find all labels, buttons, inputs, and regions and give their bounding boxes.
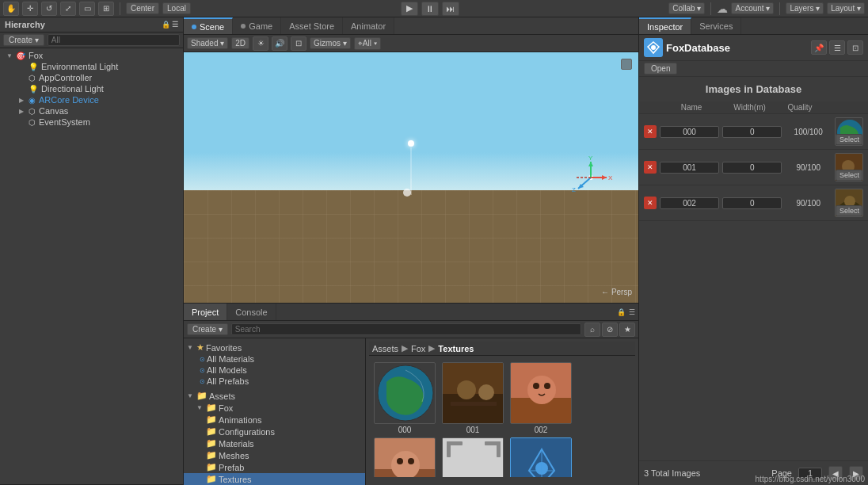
move-tool-btn[interactable]: ✛ bbox=[22, 2, 38, 16]
tab-scene[interactable]: Scene bbox=[184, 17, 233, 34]
tab-game[interactable]: Game bbox=[233, 17, 281, 34]
local-btn[interactable]: Local bbox=[162, 2, 191, 14]
all-materials-label: All Materials bbox=[207, 354, 254, 364]
rotate-tool-btn[interactable]: ↺ bbox=[41, 2, 57, 16]
bottom-icons: ⌕ ⊘ ★ bbox=[584, 323, 635, 337]
audio-icon-btn[interactable]: 🔊 bbox=[272, 36, 287, 51]
sidebar-meshes[interactable]: 📁 Meshes bbox=[184, 449, 365, 461]
sidebar-all-prefabs[interactable]: ⊙ All Prefabs bbox=[184, 376, 365, 387]
sidebar-prefab[interactable]: 📁 Prefab bbox=[184, 461, 365, 473]
filter-icon-btn[interactable]: ⊘ bbox=[602, 323, 618, 337]
star-filter-btn[interactable]: ★ bbox=[619, 323, 635, 337]
rect-tool-btn[interactable]: ▭ bbox=[79, 2, 95, 16]
hierarchy-lock-icon[interactable]: 🔒 bbox=[162, 21, 170, 29]
asset-001[interactable]: 001 bbox=[440, 362, 505, 434]
tab-services[interactable]: Services bbox=[691, 17, 741, 34]
sidebar-all-models[interactable]: ⊙ All Models bbox=[184, 365, 365, 376]
sidebar-configurations[interactable]: 📁 Configurations bbox=[184, 426, 365, 437]
multi-tool-btn[interactable]: ⊞ bbox=[98, 2, 114, 16]
row-001-width-input[interactable] bbox=[722, 162, 782, 174]
tab-animator[interactable]: Animator bbox=[343, 17, 394, 34]
tree-item-eventsystem[interactable]: ⬡ EventSystem bbox=[0, 116, 183, 128]
tab-inspector[interactable]: Inspector bbox=[639, 17, 691, 34]
configurations-icon: 📁 bbox=[206, 426, 217, 437]
sidebar-favorites[interactable]: ▼ ★ Favorites bbox=[184, 342, 365, 353]
sidebar-animations[interactable]: 📁 Animations bbox=[184, 414, 365, 426]
hand-tool-btn[interactable]: ✋ bbox=[3, 2, 19, 16]
play-btn[interactable]: ▶ bbox=[401, 2, 418, 16]
tree-item-canvas[interactable]: ▶ ⬡ Canvas bbox=[0, 105, 183, 116]
row-000-name-input[interactable] bbox=[660, 126, 719, 138]
sidebar-textures[interactable]: 📁 Textures bbox=[184, 473, 365, 485]
path-sep-1: ▶ bbox=[402, 343, 408, 353]
row-001-select-btn[interactable]: Select bbox=[836, 170, 862, 181]
asset-grid: 000 bbox=[369, 356, 635, 477]
layers-dropdown[interactable]: Layers ▾ bbox=[786, 2, 824, 14]
2d-btn[interactable]: 2D bbox=[231, 37, 249, 49]
row-002-delete-btn[interactable]: ✕ bbox=[644, 197, 657, 209]
inspector-menu-icon[interactable]: ☰ bbox=[829, 40, 845, 55]
sun-icon-btn[interactable]: ☀ bbox=[253, 36, 268, 51]
bottom-menu-icon[interactable]: ☰ bbox=[629, 308, 635, 316]
tab-asset-store[interactable]: Asset Store bbox=[281, 17, 343, 34]
inspector-pin-icon[interactable]: 📌 bbox=[811, 40, 827, 55]
inspector-header-icons: 📌 ☰ ⊡ bbox=[811, 40, 863, 55]
row-002-name-input[interactable] bbox=[660, 197, 719, 209]
search-icon-btn[interactable]: ⌕ bbox=[584, 323, 600, 337]
shaded-label: Shaded ▾ bbox=[191, 39, 224, 48]
viewport-lock-btn[interactable] bbox=[621, 59, 632, 70]
asset-000[interactable]: 000 bbox=[372, 362, 437, 434]
sidebar-materials[interactable]: 📁 Materials bbox=[184, 437, 365, 449]
asset-foxdatabase[interactable]: FoxDataba... bbox=[508, 437, 573, 477]
collab-dropdown[interactable]: Collab ▾ bbox=[668, 2, 705, 14]
cat-002a-svg bbox=[511, 362, 571, 424]
path-textures: Textures bbox=[438, 344, 474, 353]
tab-project[interactable]: Project bbox=[184, 304, 227, 320]
row-001-name-input[interactable] bbox=[660, 162, 719, 174]
path-assets: Assets bbox=[372, 344, 398, 353]
row-000-thumb: Select bbox=[835, 117, 863, 146]
image-icon-btn[interactable]: ⊡ bbox=[291, 36, 306, 51]
sidebar-assets[interactable]: ▼ 📁 Assets bbox=[184, 390, 365, 402]
asset-002a[interactable]: 002 bbox=[508, 362, 573, 434]
favorites-arrow: ▼ bbox=[187, 344, 195, 351]
project-create-btn[interactable]: Create ▾ bbox=[187, 323, 228, 335]
bottom-lock-icon[interactable]: 🔒 bbox=[617, 308, 626, 316]
row-002-width-input[interactable] bbox=[722, 197, 782, 209]
row-000-delete-btn[interactable]: ✕ bbox=[644, 125, 657, 138]
all-dropdown[interactable]: ⌖All ▾ bbox=[354, 37, 381, 50]
sidebar-fox-folder[interactable]: ▼ 📁 Fox bbox=[184, 402, 365, 414]
project-search-input[interactable] bbox=[231, 323, 581, 335]
tree-item-dir-light[interactable]: 💡 Directional Light bbox=[0, 83, 183, 94]
cat-002b-svg bbox=[375, 437, 435, 477]
console-tab-label: Console bbox=[235, 307, 267, 317]
row-000-select-btn[interactable]: Select bbox=[836, 134, 862, 145]
asset-fit-to-scan[interactable]: fit_to_scan bbox=[440, 437, 505, 477]
hierarchy-menu-icon[interactable]: ☰ bbox=[172, 21, 178, 29]
asset-002b[interactable]: 002 bbox=[372, 437, 437, 477]
pause-btn[interactable]: ⏸ bbox=[421, 2, 439, 16]
shaded-dropdown[interactable]: Shaded ▾ bbox=[187, 37, 228, 49]
sidebar-all-materials[interactable]: ⊙ All Materials bbox=[184, 353, 365, 365]
tab-console[interactable]: Console bbox=[227, 304, 276, 320]
inspector-open-btn[interactable]: Open bbox=[644, 63, 677, 74]
appcontroller-icon: ⬡ bbox=[29, 74, 36, 82]
tree-item-appcontroller[interactable]: ⬡ AppController bbox=[0, 72, 183, 83]
account-dropdown[interactable]: Account ▾ bbox=[731, 2, 774, 14]
tree-item-arcore[interactable]: ▶ ◉ ARCore Device bbox=[0, 94, 183, 105]
scale-tool-btn[interactable]: ⤢ bbox=[60, 2, 76, 16]
row-000-width-input[interactable] bbox=[722, 126, 782, 138]
viewport-persp-label: ← Persp bbox=[601, 288, 632, 296]
hierarchy-create-btn[interactable]: Create ▾ bbox=[3, 34, 44, 46]
gizmos-dropdown[interactable]: Gizmos ▾ bbox=[310, 37, 351, 49]
row-001-delete-btn[interactable]: ✕ bbox=[644, 161, 657, 174]
inspector-layout-icon[interactable]: ⊡ bbox=[847, 40, 863, 55]
step-btn[interactable]: ⏭ bbox=[442, 2, 459, 16]
center-btn[interactable]: Center bbox=[126, 2, 159, 14]
hierarchy-search-input[interactable] bbox=[48, 34, 180, 46]
layout-dropdown[interactable]: Layout ▾ bbox=[827, 2, 865, 14]
separator-1 bbox=[120, 2, 120, 15]
row-002-select-btn[interactable]: Select bbox=[836, 205, 862, 216]
tree-item-fox[interactable]: ▼ 🎯 Fox bbox=[0, 50, 183, 61]
tree-item-env-light[interactable]: 💡 Environmental Light bbox=[0, 61, 183, 72]
